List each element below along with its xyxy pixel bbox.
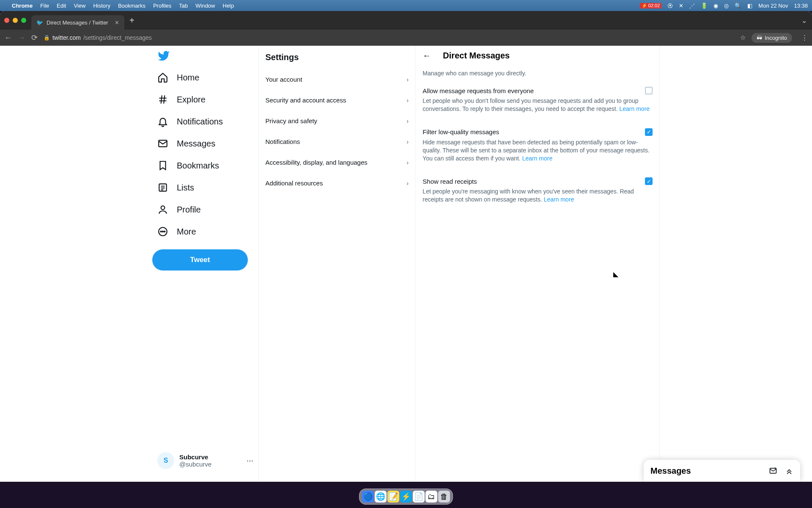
settings-row-accessibility[interactable]: Accessibility, display, and languages›: [259, 152, 416, 173]
chevron-right-icon: ›: [406, 159, 409, 166]
expand-drawer-icon[interactable]: [785, 467, 793, 475]
back-icon[interactable]: ←: [422, 51, 431, 61]
app-name[interactable]: Chrome: [12, 3, 33, 9]
menubar-date[interactable]: Mon 22 Nov: [758, 3, 788, 9]
nav-explore[interactable]: Explore: [152, 88, 258, 110]
incognito-badge[interactable]: 🕶 Incognito: [752, 33, 792, 43]
primary-nav: Home Explore Notifications Messages Book…: [152, 46, 258, 482]
siri-icon[interactable]: ◧: [747, 3, 752, 9]
nav-profile[interactable]: Profile: [152, 199, 258, 221]
tweet-button[interactable]: Tweet: [152, 249, 248, 271]
nav-label: Bookmarks: [177, 161, 219, 171]
settings-row-security[interactable]: Security and account access›: [259, 90, 416, 110]
notifications-icon: [157, 116, 168, 127]
minimize-window[interactable]: [13, 18, 18, 23]
menu-help[interactable]: Help: [223, 3, 234, 9]
wifi-icon[interactable]: ◉: [713, 3, 718, 9]
nav-bookmarks[interactable]: Bookmarks: [152, 155, 258, 177]
menu-edit[interactable]: Edit: [57, 3, 66, 9]
new-tab-button[interactable]: +: [124, 16, 140, 25]
browser-tab[interactable]: 🐦 Direct Messages / Twitter ✕: [31, 15, 124, 30]
chrome-menu-icon[interactable]: ⋮: [801, 34, 808, 41]
chevron-right-icon: ›: [406, 117, 409, 124]
nav-label: Lists: [177, 183, 194, 193]
dock-app-2[interactable]: 📄: [413, 491, 425, 502]
checkbox-allow-requests[interactable]: [645, 87, 653, 94]
nav-more[interactable]: More: [152, 221, 258, 243]
status-icon-1[interactable]: ⦿: [667, 3, 673, 9]
macos-dock: 🔵 🌐 📝 ⚡ 📄 🗂 🗑: [359, 489, 453, 505]
account-name: Subcurve: [179, 453, 211, 461]
option-description: Let people who you don't follow send you…: [422, 97, 653, 113]
option-label: Filter low-quality messages: [422, 128, 499, 135]
dock-notes[interactable]: 📝: [387, 491, 399, 502]
menubar-time[interactable]: 13:38: [794, 3, 808, 9]
option-description: Hide message requests that have been det…: [422, 138, 653, 163]
nav-label: More: [177, 227, 196, 237]
menu-bookmarks[interactable]: Bookmarks: [118, 3, 145, 9]
maximize-window[interactable]: [21, 18, 26, 23]
dock-app-1[interactable]: ⚡: [400, 491, 412, 502]
nav-messages[interactable]: Messages: [152, 133, 258, 155]
menu-file[interactable]: File: [40, 3, 49, 9]
option-filter-low-quality: Filter low-quality messages ✓ Hide messa…: [416, 122, 659, 164]
learn-more-link[interactable]: Learn more: [544, 196, 574, 203]
settings-row-additional[interactable]: Additional resources›: [259, 173, 416, 193]
settings-row-label: Your account: [266, 76, 302, 83]
bookmark-star-icon[interactable]: ☆: [740, 34, 746, 41]
explore-icon: [157, 94, 168, 105]
learn-more-link[interactable]: Learn more: [619, 105, 650, 112]
reload-button[interactable]: ⟳: [31, 33, 38, 42]
battery-status[interactable]: ⚡02:02: [640, 3, 662, 8]
dock-trash[interactable]: 🗑: [438, 491, 450, 502]
close-tab-icon[interactable]: ✕: [115, 19, 119, 26]
incognito-icon: 🕶: [757, 35, 762, 41]
account-handle: @subcurve: [179, 461, 211, 468]
bookmarks-icon: [157, 160, 168, 171]
tab-overflow-icon[interactable]: ⌄: [801, 17, 807, 25]
dock-app-3[interactable]: 🗂: [425, 491, 437, 502]
settings-row-label: Privacy and safety: [266, 117, 318, 124]
settings-row-notifications[interactable]: Notifications›: [259, 131, 416, 152]
home-icon: [157, 72, 168, 83]
messages-drawer[interactable]: Messages: [644, 460, 800, 482]
dock-finder[interactable]: 🔵: [362, 491, 374, 502]
twitter-favicon: 🐦: [36, 19, 43, 26]
detail-subtitle: Manage who can message you directly.: [416, 66, 659, 81]
svg-point-2: [161, 206, 165, 210]
chevron-right-icon: ›: [406, 97, 409, 104]
menu-profiles[interactable]: Profiles: [153, 3, 171, 9]
menu-window[interactable]: Window: [195, 3, 215, 9]
checkbox-filter-low-quality[interactable]: ✓: [645, 128, 653, 136]
settings-row-privacy[interactable]: Privacy and safety›: [259, 110, 416, 131]
account-switcher[interactable]: S Subcurve @subcurve ⋯: [152, 449, 258, 472]
nav-label: Home: [177, 73, 199, 83]
close-window[interactable]: [4, 18, 9, 23]
nav-lists[interactable]: Lists: [152, 177, 258, 199]
address-bar[interactable]: 🔒 twitter.com/settings/direct_messages: [44, 34, 731, 41]
account-more-icon[interactable]: ⋯: [247, 457, 253, 465]
lock-icon: 🔒: [44, 35, 50, 41]
dock-chrome[interactable]: 🌐: [375, 491, 387, 502]
nav-home[interactable]: Home: [152, 66, 258, 88]
nav-notifications[interactable]: Notifications: [152, 110, 258, 133]
checkbox-read-receipts[interactable]: ✓: [645, 177, 653, 185]
new-message-icon[interactable]: [769, 467, 777, 475]
back-button[interactable]: ←: [4, 33, 12, 42]
settings-row-your-account[interactable]: Your account›: [259, 69, 416, 90]
control-center-icon[interactable]: ◎: [724, 3, 729, 9]
learn-more-link[interactable]: Learn more: [522, 155, 553, 162]
spotlight-icon[interactable]: 🔍: [735, 3, 741, 9]
status-icon-3[interactable]: ⋰: [689, 3, 695, 9]
settings-row-label: Additional resources: [266, 179, 323, 187]
drawer-title: Messages: [650, 466, 691, 476]
battery-icon[interactable]: 🔋: [701, 3, 708, 9]
status-icon-2[interactable]: ✕: [679, 3, 683, 9]
forward-button[interactable]: →: [18, 33, 25, 42]
menu-history[interactable]: History: [93, 3, 110, 9]
menu-view[interactable]: View: [74, 3, 85, 9]
twitter-logo[interactable]: [157, 50, 170, 62]
option-read-receipts: Show read receipts ✓ Let people you're m…: [416, 171, 659, 205]
menu-tab[interactable]: Tab: [179, 3, 188, 9]
svg-point-5: [162, 231, 163, 232]
